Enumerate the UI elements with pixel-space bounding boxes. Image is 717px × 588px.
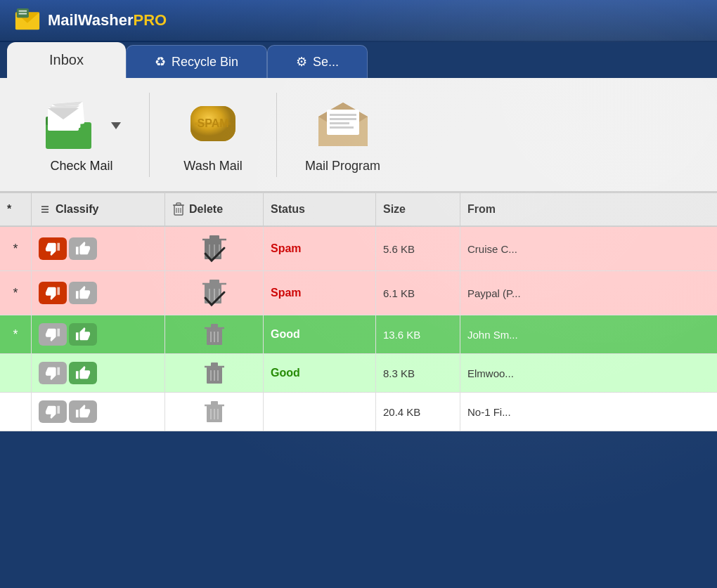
thumbs-up-icon-2 [75, 285, 91, 301]
check-mail-button[interactable]: Check Mail [21, 92, 142, 177]
from-value-3: John Sm... [467, 329, 518, 341]
th-delete: Delete [165, 193, 264, 226]
tab-settings-label: Se... [313, 55, 339, 70]
thumbs-down-icon-5 [45, 404, 60, 419]
th-classify: Classify [32, 193, 165, 226]
svg-rect-23 [330, 118, 356, 120]
thumbs-down-icon-3 [45, 327, 60, 342]
td-classify-3 [32, 315, 165, 353]
classify-col-label: Classify [56, 203, 98, 216]
table-row: * [0, 227, 717, 271]
td-star-4 [0, 354, 32, 392]
app-header: MailWasherPRO [0, 0, 717, 42]
wash-mail-label: Wash Mail [183, 159, 242, 174]
thumbs-down-icon-4 [45, 365, 60, 381]
wash-mail-button[interactable]: SPAM Wash Mail [157, 92, 269, 177]
classify-header-icon [39, 203, 51, 216]
td-from-4: Elmwoo... [460, 354, 717, 392]
td-from-2: Paypal (P... [460, 271, 717, 315]
tab-inbox-label: Inbox [49, 52, 84, 68]
td-classify-2 [32, 271, 165, 315]
td-star-5 [0, 393, 32, 431]
star-value-3: * [13, 327, 18, 342]
svg-rect-22 [330, 114, 356, 116]
thumbs-up-icon-3 [75, 327, 91, 342]
thumbs-up-icon-5 [75, 404, 91, 419]
tab-settings[interactable]: ⚙ Se... [267, 45, 368, 78]
size-value-4: 8.3 KB [383, 367, 415, 379]
classify-spam-button-3[interactable] [39, 323, 67, 346]
recycle-icon: ♻ [155, 54, 166, 70]
delete-plain-icon-4 [205, 361, 224, 385]
star-value-2: * [13, 286, 18, 301]
td-from-5: No-1 Fi... [460, 393, 717, 431]
delete-checked-icon-2 [202, 278, 227, 308]
svg-rect-24 [330, 122, 349, 124]
classify-good-button-2[interactable] [69, 282, 97, 304]
status-value-1: Spam [271, 242, 302, 255]
classify-buttons-5 [39, 400, 97, 423]
classify-good-button-1[interactable] [69, 237, 97, 260]
svg-rect-49 [211, 324, 218, 328]
check-mail-icon-wrapper [42, 96, 121, 152]
star-column-header: * [7, 203, 11, 216]
check-mail-label: Check Mail [50, 159, 112, 174]
td-classify-5 [32, 393, 165, 431]
status-value-4: Good [271, 367, 300, 379]
table-header: * Classify Delete Status Si [0, 192, 717, 227]
logo-icon [14, 7, 41, 34]
svg-rect-3 [19, 11, 27, 12]
td-classify-1 [32, 227, 165, 270]
svg-rect-4 [19, 13, 27, 15]
logo: MailWasherPRO [14, 7, 167, 34]
td-delete-4 [165, 354, 264, 392]
tab-recycle[interactable]: ♻ Recycle Bin [126, 45, 267, 78]
from-col-label: From [467, 203, 496, 216]
th-status: Status [264, 193, 376, 226]
size-value-5: 20.4 KB [383, 406, 420, 418]
classify-spam-button-5[interactable] [39, 400, 67, 423]
from-value-2: Paypal (P... [467, 287, 521, 299]
td-status-4: Good [264, 354, 376, 392]
td-star-1: * [0, 227, 32, 270]
tabs-container: Inbox ♻ Recycle Bin ⚙ Se... [0, 42, 717, 78]
delete-plain-icon-3 [205, 322, 224, 346]
svg-rect-16 [195, 122, 231, 125]
classify-spam-button-1[interactable] [39, 237, 67, 260]
td-size-3: 13.6 KB [376, 315, 460, 353]
td-from-3: John Sm... [460, 315, 717, 353]
toolbar-divider-1 [149, 93, 150, 177]
delete-col-label: Delete [189, 203, 223, 216]
thumbs-down-icon-1 [45, 241, 60, 256]
delete-checked-icon-1 [202, 234, 227, 263]
check-mail-dropdown-arrow[interactable] [111, 122, 121, 129]
wash-mail-icon: SPAM [185, 96, 241, 152]
classify-buttons-4 [39, 362, 97, 384]
delete-plain-icon-5 [205, 400, 224, 424]
td-classify-4 [32, 354, 165, 392]
thumbs-down-icon-2 [45, 285, 60, 301]
size-col-label: Size [383, 203, 406, 216]
classify-good-button-5[interactable] [69, 400, 97, 423]
classify-buttons-3 [39, 323, 97, 346]
table-row: Good 8.3 KB Elmwoo... [0, 354, 717, 393]
logo-text: MailWasherPRO [48, 11, 167, 30]
td-size-1: 5.6 KB [376, 227, 460, 270]
svg-rect-43 [209, 280, 219, 284]
table-row: * [0, 315, 717, 354]
td-size-4: 8.3 KB [376, 354, 460, 392]
td-delete-1 [165, 227, 264, 270]
tab-recycle-label: Recycle Bin [172, 55, 238, 70]
thumbs-up-icon-1 [75, 241, 91, 256]
classify-spam-button-2[interactable] [39, 282, 67, 304]
td-size-5: 20.4 KB [376, 393, 460, 431]
classify-good-button-3[interactable] [69, 323, 97, 346]
th-size: Size [376, 193, 460, 226]
tab-inbox[interactable]: Inbox [7, 42, 126, 78]
classify-good-button-4[interactable] [69, 362, 97, 384]
classify-spam-button-4[interactable] [39, 362, 67, 384]
toolbar-divider-2 [276, 93, 277, 177]
mail-program-button[interactable]: Mail Program [284, 92, 401, 177]
td-size-2: 6.1 KB [376, 271, 460, 315]
td-status-3: Good [264, 315, 376, 353]
